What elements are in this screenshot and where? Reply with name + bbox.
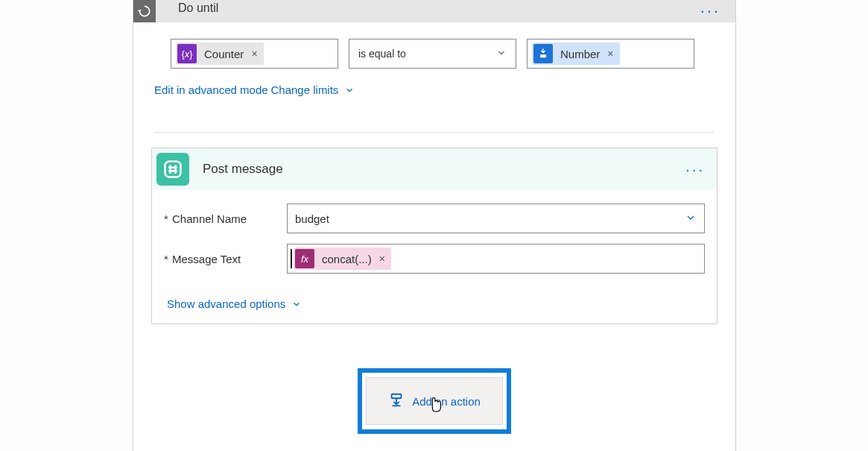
do-until-icon — [133, 0, 156, 22]
do-until-title: Do until — [178, 1, 218, 15]
chevron-down-icon — [496, 48, 507, 60]
message-text-label: * Message Text — [164, 253, 287, 265]
condition-operator-select[interactable]: is equal to — [349, 39, 516, 69]
concat-token-remove[interactable]: × — [379, 253, 391, 265]
change-limits-link[interactable]: Change limits — [271, 83, 355, 96]
insert-action-icon — [388, 392, 405, 411]
post-message-title: Post message — [203, 162, 283, 177]
operator-label: is equal to — [358, 48, 406, 60]
svg-rect-6 — [392, 394, 402, 398]
number-token[interactable]: Number × — [532, 42, 620, 65]
edit-advanced-mode-link[interactable]: Edit in advanced mode — [154, 83, 268, 96]
number-icon — [533, 44, 553, 63]
message-text-input[interactable]: fx concat(...) × — [287, 244, 705, 274]
do-until-header: Do until ··· — [133, 0, 735, 22]
chevron-down-icon — [344, 85, 355, 95]
post-message-card: Post message ··· * Channel Name budget *… — [151, 148, 717, 324]
channel-name-select[interactable]: budget — [287, 204, 705, 233]
add-an-action-button[interactable]: Add an action — [366, 377, 503, 425]
divider — [154, 132, 715, 133]
channel-name-row: * Channel Name budget — [164, 204, 705, 233]
concat-expression-token[interactable]: fx concat(...) × — [294, 247, 391, 270]
variable-icon: {x} — [177, 44, 197, 63]
svg-rect-0 — [540, 54, 546, 57]
number-token-label: Number — [554, 48, 607, 60]
svg-rect-1 — [165, 162, 181, 177]
do-until-more-button[interactable]: ··· — [700, 1, 720, 21]
text-cursor — [291, 249, 292, 268]
counter-token[interactable]: {x} Counter × — [176, 42, 264, 65]
message-text-row: * Message Text fx concat(...) × — [164, 244, 705, 274]
chevron-down-icon — [685, 212, 697, 226]
fx-icon: fx — [295, 249, 314, 268]
concat-token-label: concat(...) — [316, 253, 379, 265]
counter-token-remove[interactable]: × — [251, 48, 263, 60]
channel-name-value: budget — [295, 212, 329, 225]
add-action-label: Add an action — [412, 395, 481, 408]
condition-right-input[interactable]: Number × — [527, 39, 694, 69]
show-advanced-options-link[interactable]: Show advanced options — [167, 297, 302, 310]
condition-row: {x} Counter × is equal to Number × — [133, 22, 735, 83]
add-action-highlight: Add an action — [358, 368, 511, 434]
number-token-remove[interactable]: × — [607, 48, 619, 60]
post-message-more-button[interactable]: ··· — [685, 161, 705, 178]
slack-hash-icon — [156, 153, 189, 186]
channel-name-label: * Channel Name — [164, 212, 287, 225]
chevron-down-icon — [291, 299, 302, 309]
post-message-header: Post message ··· — [152, 148, 717, 190]
condition-left-input[interactable]: {x} Counter × — [171, 39, 338, 69]
counter-token-label: Counter — [198, 48, 251, 60]
